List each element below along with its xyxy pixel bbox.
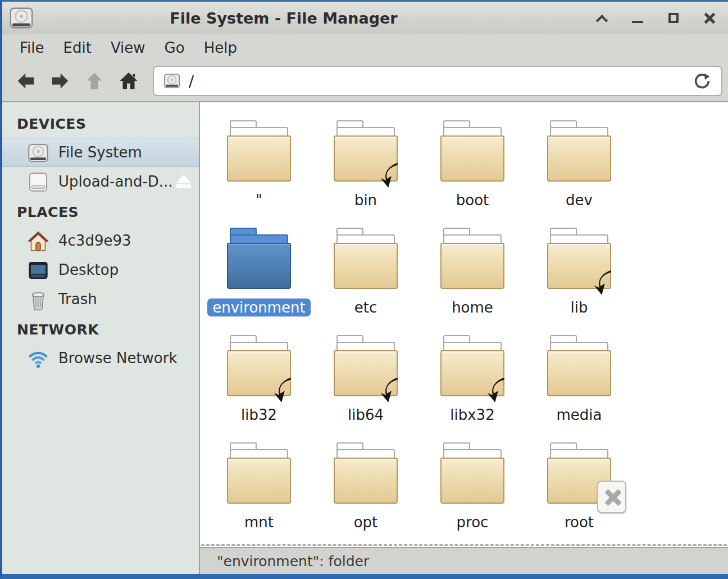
hdd-icon xyxy=(27,142,49,163)
file-label[interactable]: home xyxy=(447,298,498,316)
file-label[interactable]: etc xyxy=(349,298,383,316)
file-item-libx32[interactable]: libx32 xyxy=(419,329,526,437)
menu-help[interactable]: Help xyxy=(194,37,247,58)
titlebar: File System - File Manager xyxy=(2,2,728,34)
symlink-emblem-icon xyxy=(271,377,296,405)
path-text[interactable]: / xyxy=(189,73,691,90)
menu-file[interactable]: File xyxy=(10,37,54,58)
file-label[interactable]: root xyxy=(559,513,599,531)
file-item-media[interactable]: media xyxy=(526,329,633,437)
sidebar-item-label: File System xyxy=(58,144,142,161)
file-item-etc[interactable]: etc xyxy=(312,222,419,329)
sidebar-item-upload-and-d-[interactable]: Upload-and-D... xyxy=(2,167,199,196)
desktop-icon xyxy=(27,259,49,281)
menu-edit[interactable]: Edit xyxy=(54,37,101,58)
file-item-proc[interactable]: proc xyxy=(419,437,526,544)
folder-icon[interactable] xyxy=(332,115,399,183)
forward-icon xyxy=(50,71,70,91)
home-button[interactable] xyxy=(114,66,143,96)
folder-icon[interactable] xyxy=(439,222,506,291)
no-access-emblem-icon xyxy=(597,481,626,513)
sidebar-item-label: Browse Network xyxy=(58,350,178,367)
icon-view[interactable]: "binbootdevenvironmentetchomeliblib32lib… xyxy=(200,102,728,547)
folder-icon[interactable] xyxy=(439,329,506,398)
shade-icon xyxy=(595,15,607,26)
sidebar-header-places: PLACES xyxy=(2,196,199,226)
file-item-lib[interactable]: lib xyxy=(526,222,633,329)
folder-icon-selected[interactable] xyxy=(225,222,293,291)
maximize-button[interactable] xyxy=(664,8,683,28)
sidebar-item-4c3d9e93[interactable]: 4c3d9e93 xyxy=(2,226,199,255)
folder-icon[interactable] xyxy=(332,437,399,505)
file-label[interactable]: libx32 xyxy=(445,406,499,424)
file-label[interactable]: media xyxy=(552,406,607,424)
sidebar-item-browse-network[interactable]: Browse Network xyxy=(2,343,199,373)
file-label[interactable]: lib64 xyxy=(343,406,389,424)
status-text: "environment": folder xyxy=(217,553,369,569)
folder-icon[interactable] xyxy=(439,437,506,505)
file-item-root[interactable]: root xyxy=(526,437,633,544)
window-controls xyxy=(592,2,719,34)
menu-go[interactable]: Go xyxy=(155,37,194,58)
sidebar-item-label: Upload-and-D... xyxy=(58,173,173,190)
file-grid: "binbootdevenvironmentetchomeliblib32lib… xyxy=(200,102,728,544)
back-button[interactable] xyxy=(11,66,40,96)
eject-icon[interactable] xyxy=(176,175,191,188)
file-label[interactable]: opt xyxy=(349,513,383,531)
symlink-emblem-icon xyxy=(592,269,616,297)
up-icon xyxy=(84,71,104,91)
file-item-opt[interactable]: opt xyxy=(312,437,419,544)
file-item-environment[interactable]: environment xyxy=(206,222,312,329)
minimize-icon xyxy=(632,21,643,23)
folder-icon[interactable] xyxy=(225,115,293,183)
folder-icon[interactable] xyxy=(439,115,506,183)
symlink-emblem-icon xyxy=(378,377,403,405)
folder-icon[interactable] xyxy=(545,437,613,505)
file-item-home[interactable]: home xyxy=(419,222,526,329)
file-label[interactable]: lib xyxy=(566,298,593,316)
file-item-lib64[interactable]: lib64 xyxy=(312,329,419,437)
file-label[interactable]: " xyxy=(251,191,267,209)
network-icon xyxy=(27,347,49,369)
file-item-mnt[interactable]: mnt xyxy=(206,437,312,544)
sidebar-item-label: Trash xyxy=(58,291,97,307)
menubar: FileEditViewGoHelp xyxy=(2,34,728,61)
sidebar-item-label: 4c3d9e93 xyxy=(58,232,131,249)
file-label[interactable]: mnt xyxy=(239,513,279,531)
up-button[interactable] xyxy=(80,66,109,96)
sidebar-item-desktop[interactable]: Desktop xyxy=(2,255,199,284)
file-item-lib32[interactable]: lib32 xyxy=(206,329,312,437)
file-item--[interactable]: " xyxy=(206,115,312,222)
sidebar-item-trash[interactable]: Trash xyxy=(2,284,199,314)
sidebar-item-file-system[interactable]: File System xyxy=(2,138,199,167)
minimize-button[interactable] xyxy=(628,8,647,28)
toolbar: / xyxy=(2,61,728,102)
maximize-icon xyxy=(668,13,679,23)
file-label[interactable]: proc xyxy=(452,513,494,531)
close-button[interactable] xyxy=(700,8,719,28)
statusbar: "environment": folder xyxy=(200,547,728,574)
forward-button[interactable] xyxy=(46,66,75,96)
folder-icon[interactable] xyxy=(545,222,613,291)
reload-button[interactable] xyxy=(691,70,713,92)
file-label[interactable]: boot xyxy=(451,191,494,209)
folder-icon[interactable] xyxy=(332,329,399,398)
folder-icon[interactable] xyxy=(225,329,293,398)
folder-icon[interactable] xyxy=(225,437,293,505)
file-label[interactable]: dev xyxy=(561,191,598,209)
close-icon xyxy=(704,12,715,24)
file-label[interactable]: bin xyxy=(349,191,382,209)
shade-button[interactable] xyxy=(592,8,611,28)
path-bar[interactable]: / xyxy=(153,66,722,96)
back-icon xyxy=(16,71,36,91)
folder-icon[interactable] xyxy=(545,115,613,183)
file-label[interactable]: lib32 xyxy=(236,406,282,424)
sidebar-header-devices: DEVICES xyxy=(2,108,199,138)
file-label[interactable]: environment xyxy=(207,298,311,316)
file-item-dev[interactable]: dev xyxy=(526,115,633,222)
file-item-boot[interactable]: boot xyxy=(419,115,526,222)
file-item-bin[interactable]: bin xyxy=(312,115,419,222)
menu-view[interactable]: View xyxy=(101,37,155,58)
folder-icon[interactable] xyxy=(545,329,613,398)
folder-icon[interactable] xyxy=(332,222,399,291)
